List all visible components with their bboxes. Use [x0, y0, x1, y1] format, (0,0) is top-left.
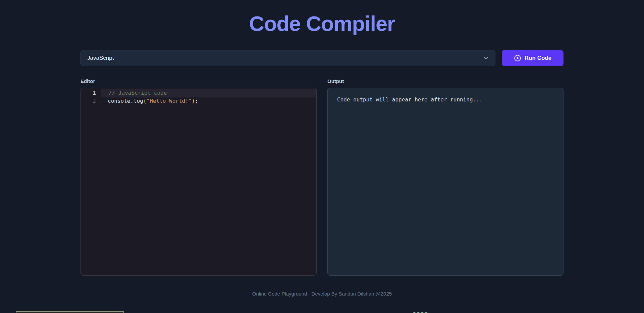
code-token-comment: // JavaScript code [109, 90, 167, 96]
code-line: 1 // JavaScript code [81, 89, 316, 97]
footer-credit: Online Code Playground - Develop By Sand… [80, 291, 564, 297]
language-select[interactable]: JavaScript [80, 50, 495, 66]
run-code-button[interactable]: Run Code [502, 50, 564, 66]
toolbar: JavaScript Run Code [80, 50, 564, 66]
output-label: Output [327, 78, 564, 84]
chevron-down-icon [483, 55, 489, 61]
output-panel: Code output will appear here after runni… [327, 88, 564, 276]
output-placeholder-text: Code output will appear here after runni… [337, 96, 482, 103]
code-token-string: "Hello World!" [147, 98, 192, 104]
code-token-plain: ; [195, 98, 198, 104]
code-line: 2 console.log("Hello World!"); [81, 97, 316, 105]
line-number: 2 [81, 97, 101, 105]
editor-column: Editor 1 // JavaScript code 2 console.lo… [80, 78, 317, 276]
line-content: // JavaScript code [101, 89, 316, 97]
code-editor[interactable]: 1 // JavaScript code 2 console.log("Hell… [80, 88, 317, 276]
cutoff-bottom-bar [16, 311, 124, 313]
run-code-label: Run Code [525, 55, 551, 61]
page-title: Code Compiler [0, 0, 644, 36]
code-token-bracket: ) [192, 98, 195, 104]
line-content: console.log("Hello World!"); [101, 97, 316, 105]
panels-row: Editor 1 // JavaScript code 2 console.lo… [80, 78, 564, 276]
code-token-plain: console.log [108, 98, 143, 104]
code-token-bracket: ( [143, 98, 147, 104]
text-cursor [108, 90, 108, 96]
line-number: 1 [81, 89, 101, 97]
language-select-value: JavaScript [87, 55, 114, 61]
output-column: Output Code output will appear here afte… [327, 78, 564, 276]
editor-label: Editor [80, 78, 317, 84]
play-circle-icon [514, 54, 521, 62]
